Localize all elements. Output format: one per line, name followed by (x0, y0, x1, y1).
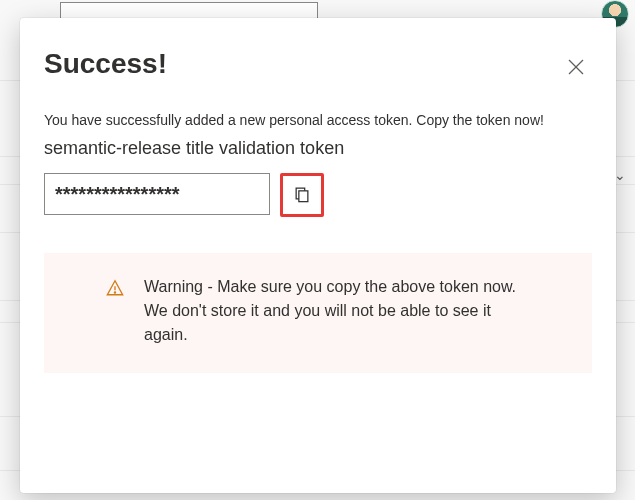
copy-token-button[interactable] (287, 180, 317, 210)
copy-button-highlight (280, 173, 324, 217)
close-icon (568, 59, 584, 78)
modal-description: You have successfully added a new person… (44, 112, 592, 128)
token-value-input[interactable] (44, 173, 270, 215)
modal-title: Success! (44, 48, 167, 80)
svg-point-4 (114, 292, 115, 293)
copy-icon (293, 185, 311, 206)
token-name-label: semantic-release title validation token (44, 138, 592, 159)
warning-panel: Warning - Make sure you copy the above t… (44, 253, 592, 373)
close-button[interactable] (560, 52, 592, 84)
warning-icon (106, 279, 124, 301)
success-modal: Success! You have successfully added a n… (20, 18, 616, 493)
modal-header: Success! (44, 48, 592, 84)
svg-rect-2 (299, 190, 308, 201)
warning-text: Warning - Make sure you copy the above t… (104, 275, 524, 351)
token-row (44, 173, 592, 217)
